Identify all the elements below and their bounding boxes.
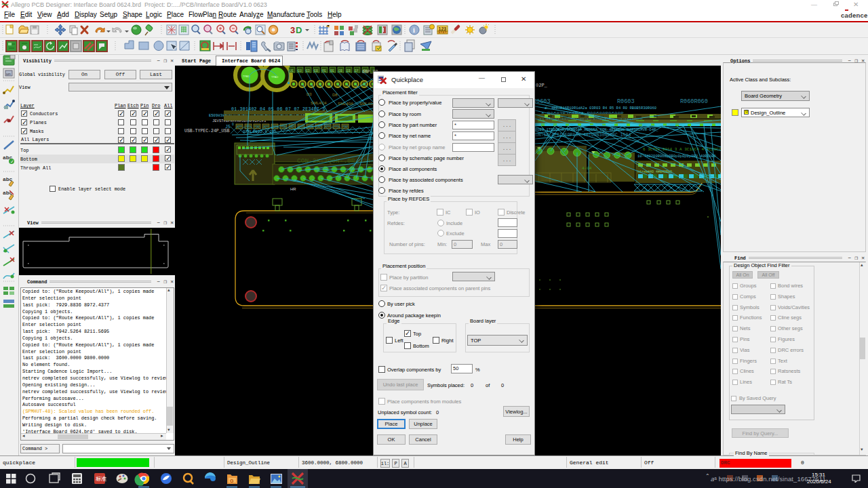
svg-text:TPAD: TPAD <box>271 75 278 79</box>
svg-text:标准: 标准 <box>96 476 106 482</box>
svg-text:EB: EB <box>314 69 318 73</box>
svg-text:4-04: 4-04 <box>582 166 592 171</box>
svg-text:i: i <box>413 26 415 34</box>
svg-text:RE: RE <box>322 69 326 73</box>
svg-text:CON-2X-2Q0N-.0R-.24: CON-2X-2Q0N-.0R-.24 <box>297 157 371 165</box>
svg-text:HR: HR <box>290 187 296 191</box>
svg-text:3: 3 <box>290 25 295 35</box>
svg-text:un: un <box>6 72 11 76</box>
svg-text:USB-TYPEC-24P_USB: USB-TYPEC-24P_USB <box>184 129 229 134</box>
svg-text:d: 4R27R16R10R1dA2a 03R03 R4: d: 4R27R16R10R1dA2a 03R03 R4 R5 R4 R0 RB… <box>545 106 656 110</box>
svg-text:02P_: 02P_ <box>536 83 548 88</box>
svg-text:SML4Q4: SML4Q4 <box>311 101 327 105</box>
svg-text:TPAD: TPAD <box>243 75 250 78</box>
svg-text:R060R060: R060R060 <box>680 98 708 105</box>
svg-text:D: D <box>296 25 302 35</box>
svg-text:0: 0 <box>232 122 234 126</box>
svg-text:G: G <box>230 479 234 483</box>
svg-text:UE: UE <box>290 69 294 73</box>
svg-text:R0603: R0603 <box>617 98 635 105</box>
svg-text:✓: ✓ <box>10 159 14 164</box>
svg-text:123: 123 <box>439 26 447 31</box>
